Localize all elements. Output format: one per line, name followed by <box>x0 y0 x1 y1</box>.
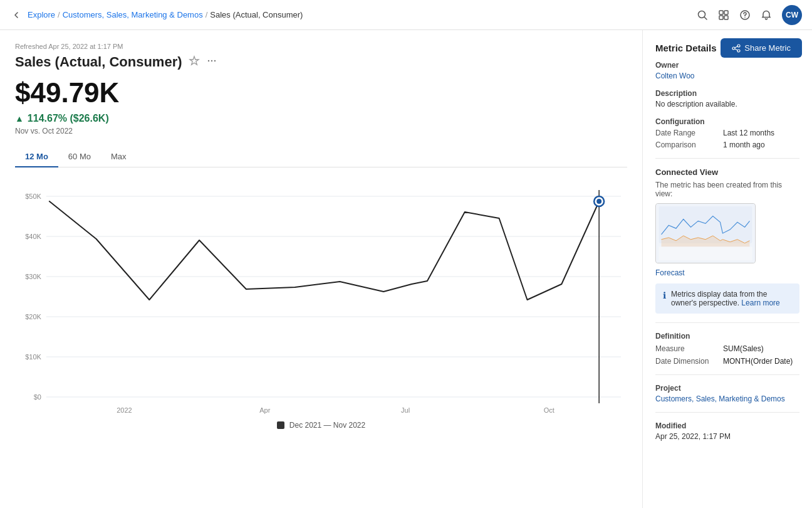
change-arrow-icon: ▲ <box>15 114 24 124</box>
svg-rect-3 <box>719 16 723 19</box>
definition-section: Definition Measure SUM(Sales) Date Dimen… <box>655 332 799 366</box>
svg-text:$30K: $30K <box>25 273 41 280</box>
divider-4 <box>655 412 799 413</box>
metric-change: ▲ 114.67% ($26.6K) <box>15 113 627 124</box>
avatar[interactable]: CW <box>782 5 802 25</box>
modified-value: Apr 25, 2022, 1:17 PM <box>655 432 799 441</box>
svg-text:2022: 2022 <box>117 406 132 414</box>
metric-period: Nov vs. Oct 2022 <box>15 127 627 135</box>
left-panel: Share Metric Refreshed Apr 25, 2022 at 1… <box>0 30 643 508</box>
grid-icon[interactable] <box>718 9 729 21</box>
svg-text:$0: $0 <box>34 393 41 401</box>
owner-field: Owner Colten Woo <box>655 61 799 80</box>
date-range-label: Date Range <box>655 129 718 137</box>
change-value: 114.67% ($26.6K) <box>28 113 109 124</box>
svg-point-0 <box>699 11 705 18</box>
svg-text:Apr: Apr <box>259 406 270 414</box>
owner-value[interactable]: Colten Woo <box>655 71 799 80</box>
nav-left: Explore / Customers, Sales, Marketing & … <box>10 9 303 21</box>
svg-point-6 <box>744 17 746 18</box>
bell-icon[interactable] <box>761 9 772 21</box>
back-button[interactable] <box>10 9 23 21</box>
more-options-icon[interactable] <box>206 55 217 69</box>
info-text: Metrics display data from the owner's pe… <box>671 290 792 307</box>
comparison-value: 1 month ago <box>723 140 799 149</box>
tab-12mo[interactable]: 12 Mo <box>15 147 58 167</box>
date-dimension-label: Date Dimension <box>655 357 718 366</box>
svg-text:$20K: $20K <box>25 313 41 320</box>
tab-60mo[interactable]: 60 Mo <box>58 147 101 167</box>
metric-title: Sales (Actual, Consumer) <box>15 54 182 70</box>
svg-rect-2 <box>724 11 728 14</box>
connected-view-desc: The metric has been created from this vi… <box>655 181 799 198</box>
nav-right: CW <box>697 5 802 25</box>
date-range-value: Last 12 months <box>723 129 799 137</box>
svg-point-12 <box>214 60 215 61</box>
description-field: Description No description available. <box>655 89 799 108</box>
breadcrumb-customers[interactable]: Customers, Sales, Marketing & Demos <box>63 10 203 19</box>
view-thumbnail[interactable] <box>655 203 756 263</box>
svg-point-31 <box>596 199 601 204</box>
breadcrumb-explore[interactable]: Explore <box>28 10 55 19</box>
chart-legend: Dec 2021 — Nov 2022 <box>15 421 627 430</box>
legend-box <box>277 421 284 429</box>
modified-section: Modified Apr 25, 2022, 1:17 PM <box>655 421 799 441</box>
project-section: Project Customers, Sales, Marketing & De… <box>655 384 799 403</box>
star-icon[interactable] <box>189 55 200 69</box>
search-icon[interactable] <box>697 9 708 21</box>
metric-title-row: Sales (Actual, Consumer) <box>15 54 627 70</box>
modified-label: Modified <box>655 421 799 430</box>
configuration-section: Configuration Date Range Last 12 months … <box>655 117 799 149</box>
measure-value: SUM(Sales) <box>723 344 799 353</box>
time-tabs: 12 Mo 60 Mo Max <box>15 147 627 167</box>
breadcrumb-current: Sales (Actual, Consumer) <box>210 10 303 19</box>
divider-2 <box>655 322 799 323</box>
svg-rect-1 <box>719 11 723 14</box>
breadcrumb: Explore / Customers, Sales, Marketing & … <box>28 10 303 19</box>
svg-text:Oct: Oct <box>544 406 554 414</box>
top-nav: Explore / Customers, Sales, Marketing & … <box>0 0 812 30</box>
comparison-label: Comparison <box>655 140 718 149</box>
svg-rect-4 <box>724 16 728 19</box>
info-box: ℹ Metrics display data from the owner's … <box>655 283 799 314</box>
chart-svg: $50K $40K $30K $20K $10K $0 2022 Apr Jul… <box>15 177 627 416</box>
svg-text:$50K: $50K <box>25 193 41 200</box>
owner-label: Owner <box>655 61 799 70</box>
forecast-link[interactable]: Forecast <box>655 268 799 277</box>
tab-max[interactable]: Max <box>101 147 137 167</box>
svg-text:Jul: Jul <box>401 406 410 414</box>
definition-label: Definition <box>655 332 799 341</box>
chart-container: $50K $40K $30K $20K $10K $0 2022 Apr Jul… <box>15 177 627 416</box>
svg-rect-33 <box>659 206 752 243</box>
svg-point-10 <box>207 60 209 61</box>
configuration-label: Configuration <box>655 117 799 126</box>
divider-1 <box>655 158 799 159</box>
connected-view-section: Connected View The metric has been creat… <box>655 167 799 314</box>
metric-value: $49.79K <box>15 78 627 108</box>
app-container: Explore / Customers, Sales, Marketing & … <box>0 0 812 508</box>
measure-label: Measure <box>655 344 718 353</box>
svg-point-11 <box>211 60 212 61</box>
refresh-text: Refreshed Apr 25, 2022 at 1:17 PM <box>15 43 627 50</box>
divider-3 <box>655 374 799 375</box>
project-value[interactable]: Customers, Sales, Marketing & Demos <box>655 394 799 403</box>
project-label: Project <box>655 384 799 393</box>
svg-rect-35 <box>659 247 752 261</box>
legend-label: Dec 2021 — Nov 2022 <box>289 421 365 430</box>
help-icon[interactable] <box>739 9 751 21</box>
right-panel: Metric Details Owner Colten Woo Descript… <box>643 30 812 508</box>
svg-text:$10K: $10K <box>25 353 41 361</box>
date-dimension-value: MONTH(Order Date) <box>723 357 799 366</box>
description-label: Description <box>655 89 799 98</box>
info-icon: ℹ <box>663 290 666 307</box>
connected-view-title: Connected View <box>655 167 799 177</box>
learn-more-link[interactable]: Learn more <box>741 299 779 307</box>
main-content: Share Metric Refreshed Apr 25, 2022 at 1… <box>0 30 812 508</box>
svg-text:$40K: $40K <box>25 233 41 240</box>
description-value: No description available. <box>655 100 799 108</box>
